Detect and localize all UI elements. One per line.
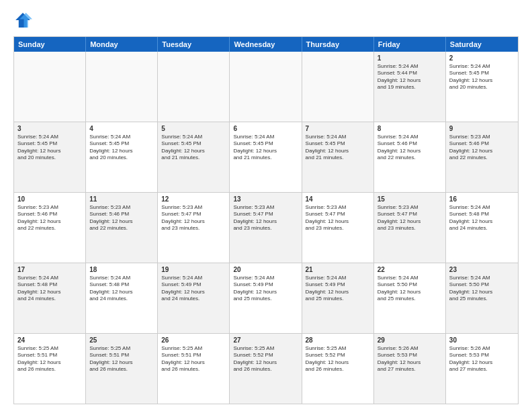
cell-text: Sunrise: 5:24 AM Sunset: 5:45 PM Dayligh… [161, 134, 226, 162]
cell-text: Sunrise: 5:24 AM Sunset: 5:49 PM Dayligh… [233, 275, 298, 303]
day-number: 25 [89, 336, 154, 344]
cell-text: Sunrise: 5:23 AM Sunset: 5:46 PM Dayligh… [449, 134, 515, 162]
calendar-cell-9: 9Sunrise: 5:23 AM Sunset: 5:46 PM Daylig… [446, 122, 518, 192]
calendar-cell-21: 21Sunrise: 5:24 AM Sunset: 5:49 PM Dayli… [302, 263, 374, 333]
calendar-cell-25: 25Sunrise: 5:25 AM Sunset: 5:51 PM Dayli… [86, 334, 158, 404]
calendar-cell-empty-0-4 [302, 52, 374, 122]
cell-text: Sunrise: 5:24 AM Sunset: 5:45 PM Dayligh… [89, 134, 154, 162]
calendar-cell-5: 5Sunrise: 5:24 AM Sunset: 5:45 PM Daylig… [158, 122, 230, 192]
day-number: 12 [161, 195, 226, 203]
weekday-header-tuesday: Tuesday [158, 37, 230, 52]
header [13, 11, 519, 30]
cell-text: Sunrise: 5:23 AM Sunset: 5:46 PM Dayligh… [89, 204, 154, 232]
day-number: 15 [378, 195, 442, 203]
cell-text: Sunrise: 5:24 AM Sunset: 5:49 PM Dayligh… [161, 275, 226, 303]
calendar-cell-13: 13Sunrise: 5:23 AM Sunset: 5:47 PM Dayli… [230, 193, 302, 263]
day-number: 14 [306, 195, 370, 203]
calendar-row-2: 10Sunrise: 5:23 AM Sunset: 5:46 PM Dayli… [14, 192, 518, 263]
day-number: 30 [449, 336, 515, 344]
calendar-cell-23: 23Sunrise: 5:24 AM Sunset: 5:50 PM Dayli… [446, 263, 518, 333]
calendar-cell-4: 4Sunrise: 5:24 AM Sunset: 5:45 PM Daylig… [86, 122, 158, 192]
calendar-cell-8: 8Sunrise: 5:24 AM Sunset: 5:46 PM Daylig… [374, 122, 446, 192]
cell-text: Sunrise: 5:25 AM Sunset: 5:51 PM Dayligh… [89, 345, 154, 373]
calendar-row-0: 1Sunrise: 5:24 AM Sunset: 5:44 PM Daylig… [14, 52, 518, 122]
cell-text: Sunrise: 5:24 AM Sunset: 5:46 PM Dayligh… [378, 134, 442, 162]
calendar: SundayMondayTuesdayWednesdayThursdayFrid… [13, 36, 519, 404]
calendar-row-4: 24Sunrise: 5:25 AM Sunset: 5:51 PM Dayli… [14, 333, 518, 404]
cell-text: Sunrise: 5:24 AM Sunset: 5:45 PM Dayligh… [306, 134, 370, 162]
day-number: 24 [17, 336, 82, 344]
day-number: 17 [17, 266, 82, 273]
calendar-cell-24: 24Sunrise: 5:25 AM Sunset: 5:51 PM Dayli… [14, 334, 86, 404]
day-number: 18 [89, 266, 154, 273]
cell-text: Sunrise: 5:24 AM Sunset: 5:48 PM Dayligh… [89, 275, 154, 303]
cell-text: Sunrise: 5:25 AM Sunset: 5:51 PM Dayligh… [17, 345, 82, 373]
day-number: 27 [233, 336, 298, 344]
calendar-row-1: 3Sunrise: 5:24 AM Sunset: 5:45 PM Daylig… [14, 122, 518, 192]
day-number: 5 [161, 125, 226, 132]
weekday-header-thursday: Thursday [302, 37, 374, 52]
calendar-cell-15: 15Sunrise: 5:23 AM Sunset: 5:47 PM Dayli… [374, 193, 446, 263]
calendar-cell-empty-0-3 [230, 52, 302, 122]
calendar-cell-6: 6Sunrise: 5:24 AM Sunset: 5:45 PM Daylig… [230, 122, 302, 192]
calendar-cell-29: 29Sunrise: 5:26 AM Sunset: 5:53 PM Dayli… [374, 334, 446, 404]
calendar-cell-30: 30Sunrise: 5:26 AM Sunset: 5:53 PM Dayli… [446, 334, 518, 404]
day-number: 21 [306, 266, 370, 273]
calendar-cell-3: 3Sunrise: 5:24 AM Sunset: 5:45 PM Daylig… [14, 122, 86, 192]
logo-icon [13, 11, 32, 30]
cell-text: Sunrise: 5:23 AM Sunset: 5:47 PM Dayligh… [306, 204, 370, 232]
calendar-cell-empty-0-2 [158, 52, 230, 122]
cell-text: Sunrise: 5:25 AM Sunset: 5:52 PM Dayligh… [233, 345, 298, 373]
calendar-cell-16: 16Sunrise: 5:24 AM Sunset: 5:48 PM Dayli… [446, 193, 518, 263]
day-number: 26 [161, 336, 226, 344]
cell-text: Sunrise: 5:23 AM Sunset: 5:46 PM Dayligh… [17, 204, 82, 232]
day-number: 2 [449, 54, 515, 62]
cell-text: Sunrise: 5:24 AM Sunset: 5:48 PM Dayligh… [449, 204, 515, 232]
day-number: 9 [449, 125, 515, 132]
day-number: 1 [378, 54, 442, 62]
calendar-cell-12: 12Sunrise: 5:23 AM Sunset: 5:47 PM Dayli… [158, 193, 230, 263]
calendar-cell-2: 2Sunrise: 5:24 AM Sunset: 5:45 PM Daylig… [446, 52, 518, 122]
cell-text: Sunrise: 5:26 AM Sunset: 5:53 PM Dayligh… [378, 345, 442, 373]
logo [13, 11, 35, 30]
calendar-cell-26: 26Sunrise: 5:25 AM Sunset: 5:51 PM Dayli… [158, 334, 230, 404]
calendar-cell-17: 17Sunrise: 5:24 AM Sunset: 5:48 PM Dayli… [14, 263, 86, 333]
weekday-header-wednesday: Wednesday [230, 37, 302, 52]
day-number: 10 [17, 195, 82, 203]
calendar-cell-empty-0-1 [86, 52, 158, 122]
calendar-cell-11: 11Sunrise: 5:23 AM Sunset: 5:46 PM Dayli… [86, 193, 158, 263]
calendar-cell-7: 7Sunrise: 5:24 AM Sunset: 5:45 PM Daylig… [302, 122, 374, 192]
day-number: 7 [306, 125, 370, 132]
cell-text: Sunrise: 5:24 AM Sunset: 5:50 PM Dayligh… [449, 275, 515, 303]
cell-text: Sunrise: 5:26 AM Sunset: 5:53 PM Dayligh… [449, 345, 515, 373]
day-number: 3 [17, 125, 82, 132]
day-number: 8 [378, 125, 442, 132]
weekday-header-friday: Friday [374, 37, 446, 52]
cell-text: Sunrise: 5:25 AM Sunset: 5:52 PM Dayligh… [306, 345, 370, 373]
calendar-cell-19: 19Sunrise: 5:24 AM Sunset: 5:49 PM Dayli… [158, 263, 230, 333]
day-number: 23 [449, 266, 515, 273]
day-number: 20 [233, 266, 298, 273]
cell-text: Sunrise: 5:24 AM Sunset: 5:45 PM Dayligh… [449, 63, 515, 91]
cell-text: Sunrise: 5:24 AM Sunset: 5:49 PM Dayligh… [306, 275, 370, 303]
day-number: 29 [378, 336, 442, 344]
cell-text: Sunrise: 5:24 AM Sunset: 5:48 PM Dayligh… [17, 275, 82, 303]
calendar-cell-1: 1Sunrise: 5:24 AM Sunset: 5:44 PM Daylig… [374, 52, 446, 122]
cell-text: Sunrise: 5:24 AM Sunset: 5:44 PM Dayligh… [378, 63, 442, 91]
day-number: 28 [306, 336, 370, 344]
calendar-cell-28: 28Sunrise: 5:25 AM Sunset: 5:52 PM Dayli… [302, 334, 374, 404]
weekday-header-monday: Monday [86, 37, 158, 52]
day-number: 11 [89, 195, 154, 203]
day-number: 13 [233, 195, 298, 203]
calendar-cell-27: 27Sunrise: 5:25 AM Sunset: 5:52 PM Dayli… [230, 334, 302, 404]
calendar-header: SundayMondayTuesdayWednesdayThursdayFrid… [14, 37, 518, 52]
cell-text: Sunrise: 5:23 AM Sunset: 5:47 PM Dayligh… [378, 204, 442, 232]
cell-text: Sunrise: 5:23 AM Sunset: 5:47 PM Dayligh… [233, 204, 298, 232]
calendar-body: 1Sunrise: 5:24 AM Sunset: 5:44 PM Daylig… [14, 52, 518, 404]
cell-text: Sunrise: 5:24 AM Sunset: 5:45 PM Dayligh… [233, 134, 298, 162]
day-number: 22 [378, 266, 442, 273]
calendar-cell-20: 20Sunrise: 5:24 AM Sunset: 5:49 PM Dayli… [230, 263, 302, 333]
day-number: 6 [233, 125, 298, 132]
cell-text: Sunrise: 5:23 AM Sunset: 5:47 PM Dayligh… [161, 204, 226, 232]
day-number: 16 [449, 195, 515, 203]
